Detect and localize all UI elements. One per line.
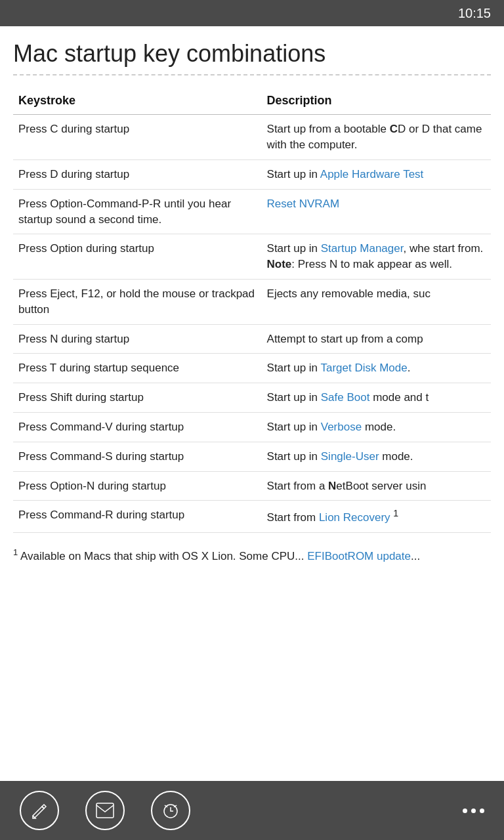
table-row: Press Shift during startup Start up in S… (13, 383, 491, 413)
table-row: Press Command-S during startup Start up … (13, 442, 491, 471)
table-row: Press Option-N during startup Start from… (13, 471, 491, 501)
keystroke-table: Keystroke Description Press C during sta… (13, 86, 491, 533)
table-row: Press Option during startup Start up in … (13, 234, 491, 280)
description-cell: Start from Lion Recovery 1 (262, 501, 491, 532)
description-cell: Start up in Verbose mode. (262, 412, 491, 442)
bottom-toolbar (0, 781, 504, 840)
keystroke-cell: Press Eject, F12, or hold the mouse or t… (13, 279, 262, 324)
description-cell: Reset NVRAM (262, 189, 491, 234)
table-row: Press C during startup Start up from a b… (13, 115, 491, 160)
apple-hardware-test-link[interactable]: Apple Hardware Test (320, 168, 424, 180)
title-divider (13, 74, 491, 75)
footnote-sup: 1 (13, 547, 18, 557)
description-cell: Ejects any removable media, suc (262, 279, 491, 324)
table-row: Press N during startup Attempt to start … (13, 324, 491, 354)
description-cell: Start up in Apple Hardware Test (262, 159, 491, 189)
dot3 (480, 808, 484, 813)
verbose-link[interactable]: Verbose (321, 421, 362, 433)
table-row: Press D during startup Start up in Apple… (13, 159, 491, 189)
keystroke-cell: Press C during startup (13, 115, 262, 160)
dot2 (471, 808, 476, 813)
more-menu[interactable] (463, 808, 484, 813)
page-title: Mac startup key combinations (13, 39, 491, 68)
description-cell: Start up in Single-User mode. (262, 442, 491, 471)
mail-button[interactable] (85, 791, 125, 830)
mail-icon (96, 803, 114, 818)
safe-boot-link[interactable]: Safe Boot (321, 391, 370, 404)
description-cell: Start up in Startup Manager, whe start f… (262, 234, 491, 280)
table-row: Press Command-V during startup Start up … (13, 412, 491, 442)
svg-rect-0 (96, 803, 114, 818)
alarm-button[interactable] (151, 791, 190, 830)
description-cell: Start up in Safe Boot mode and t (262, 383, 491, 413)
toolbar-icons (20, 791, 190, 830)
dot1 (463, 808, 467, 813)
efibootrom-link[interactable]: EFIBootROM update (307, 549, 411, 562)
header-keystroke: Keystroke (13, 86, 262, 115)
description-cell: Start up in Target Disk Mode. (262, 354, 491, 383)
keystroke-cell: Press Option-N during startup (13, 471, 262, 501)
table-row: Press Eject, F12, or hold the mouse or t… (13, 279, 491, 324)
page-content: Mac startup key combinations Keystroke D… (0, 26, 504, 533)
keystroke-cell: Press D during startup (13, 159, 262, 189)
edit-icon (30, 801, 49, 820)
startup-manager-link[interactable]: Startup Manager (321, 242, 404, 255)
header-description: Description (262, 86, 491, 115)
description-cell: Attempt to start up from a comp (262, 324, 491, 354)
table-row: Press T during startup sequence Start up… (13, 354, 491, 383)
table-row: Press Command-R during startup Start fro… (13, 501, 491, 532)
keystroke-cell: Press Option-Command-P-R until you hear … (13, 189, 262, 234)
alarm-icon (161, 801, 180, 820)
keystroke-cell: Press N during startup (13, 324, 262, 354)
table-header-row: Keystroke Description (13, 86, 491, 115)
lion-recovery-link[interactable]: Lion Recovery (319, 511, 390, 524)
table-row: Press Option-Command-P-R until you hear … (13, 189, 491, 234)
target-disk-mode-link[interactable]: Target Disk Mode (320, 362, 407, 374)
keystroke-cell: Press Command-R during startup (13, 501, 262, 532)
keystroke-cell: Press T during startup sequence (13, 354, 262, 383)
edit-button[interactable] (20, 791, 59, 830)
footnote-area: 1 Available on Macs that ship with OS X … (0, 533, 504, 564)
single-user-link[interactable]: Single-User (321, 450, 379, 463)
status-time: 10:15 (458, 6, 491, 21)
keystroke-cell: Press Option during startup (13, 234, 262, 280)
keystroke-cell: Press Command-V during startup (13, 412, 262, 442)
keystroke-cell: Press Command-S during startup (13, 442, 262, 471)
description-cell: Start up from a bootable CD or D that ca… (262, 115, 491, 160)
reset-nvram-link[interactable]: Reset NVRAM (267, 198, 340, 210)
description-cell: Start from a NetBoot server usin (262, 471, 491, 501)
keystroke-cell: Press Shift during startup (13, 383, 262, 413)
footnote-text: 1 Available on Macs that ship with OS X … (13, 546, 491, 564)
status-bar: 10:15 (0, 0, 504, 26)
